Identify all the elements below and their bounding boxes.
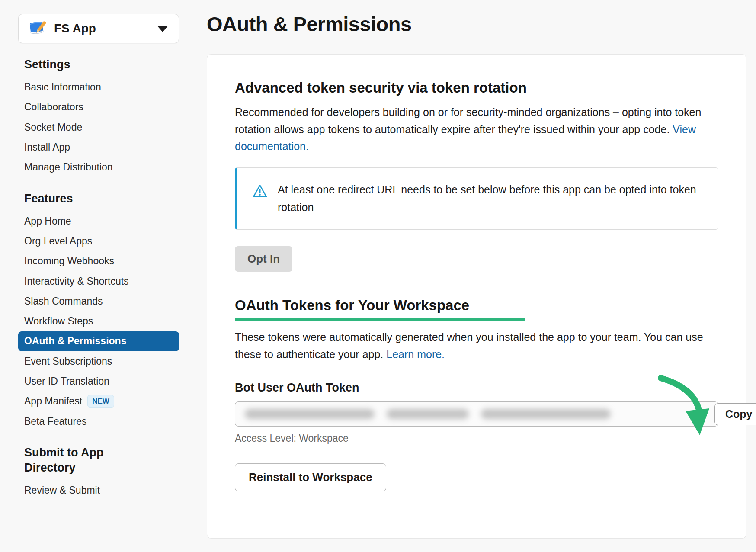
sidebar-item-label: Manage Distribution [24,161,113,173]
sidebar-item-app-manifest[interactable]: App ManifestNEW [18,392,179,411]
sidebar-item-label: Event Subscriptions [24,356,112,367]
sidebar-item-basic-information[interactable]: Basic Information [18,77,179,97]
opt-in-button[interactable]: Opt In [235,246,292,272]
token-rotation-description-text: Recommended for developers building on o… [235,106,701,135]
sidebar-item-org-level-apps[interactable]: Org Level Apps [18,231,179,251]
redirect-url-warning-banner: At least one redirect URL needs to be se… [235,167,718,230]
sidebar-item-label: Basic Information [24,81,101,93]
token-rotation-heading: Advanced token security via token rotati… [235,80,718,96]
app-selector-dropdown[interactable]: FS App [18,14,179,43]
sidebar-item-slash-commands[interactable]: Slash Commands [18,292,179,311]
sidebar-section-heading: Features [24,191,132,206]
sidebar-item-review-submit[interactable]: Review & Submit [18,481,179,500]
sidebar-nav: SettingsBasic InformationCollaboratorsSo… [18,57,179,500]
bot-token-value-redacted [245,409,611,419]
sidebar-item-beta-features[interactable]: Beta Features [18,412,179,431]
app-icon [27,18,47,39]
sidebar-item-label: Review & Submit [24,485,100,496]
sidebar-item-label: Interactivity & Shortcuts [24,276,129,287]
oauth-tokens-heading: OAuth Tokens for Your Workspace [235,297,718,314]
oauth-tokens-description: These tokens were automatically generate… [235,329,718,363]
caret-down-icon [157,26,168,32]
sidebar: FS App SettingsBasic InformationCollabor… [18,14,179,501]
page-title: OAuth & Permissions [207,12,746,36]
token-rotation-section: Advanced token security via token rotati… [235,80,718,272]
sidebar-item-user-id-translation[interactable]: User ID Translation [18,372,179,391]
copy-button[interactable]: Copy [714,403,756,425]
oauth-tokens-section: OAuth Tokens for Your Workspace These to… [235,297,718,491]
sidebar-item-label: Workflow Steps [24,315,93,327]
sidebar-item-label: Collaborators [24,101,83,112]
learn-more-link[interactable]: Learn more. [386,348,445,360]
sidebar-item-socket-mode[interactable]: Socket Mode [18,118,179,137]
green-underline-annotation [235,318,525,321]
main-content: OAuth & Permissions Advanced token secur… [207,12,746,539]
sidebar-section-heading: Submit to App Directory [24,445,132,475]
oauth-tokens-description-text: These tokens were automatically generate… [235,331,703,360]
sidebar-item-oauth-permissions[interactable]: OAuth & Permissions [18,331,179,351]
sidebar-item-label: Beta Features [24,416,86,427]
sidebar-item-app-home[interactable]: App Home [18,212,179,231]
bot-token-field[interactable]: Copy [235,401,718,427]
sidebar-item-label: App Home [24,215,71,227]
sidebar-item-label: OAuth & Permissions [24,335,126,347]
sidebar-item-label: Org Level Apps [24,235,92,247]
sidebar-section-heading: Settings [24,57,132,72]
bot-token-label: Bot User OAuth Token [235,381,718,395]
new-badge: NEW [87,395,114,408]
token-rotation-description: Recommended for developers building on o… [235,104,718,155]
sidebar-item-label: App Manifest [24,395,82,407]
sidebar-item-label: Socket Mode [24,122,82,133]
sidebar-item-label: Install App [24,141,70,153]
oauth-permissions-card: Advanced token security via token rotati… [207,54,746,539]
app-name: FS App [54,22,157,35]
sidebar-item-label: User ID Translation [24,375,109,387]
sidebar-item-install-app[interactable]: Install App [18,138,179,157]
sidebar-item-collaborators[interactable]: Collaborators [18,97,179,117]
sidebar-item-label: Slash Commands [24,295,103,307]
alert-triangle-icon [252,183,268,205]
sidebar-item-incoming-webhooks[interactable]: Incoming Webhooks [18,251,179,271]
reinstall-to-workspace-button[interactable]: Reinstall to Workspace [235,463,386,491]
warning-text: At least one redirect URL needs to be se… [278,181,703,217]
access-level-text: Access Level: Workspace [235,433,718,444]
sidebar-item-event-subscriptions[interactable]: Event Subscriptions [18,352,179,371]
sidebar-item-manage-distribution[interactable]: Manage Distribution [18,157,179,177]
sidebar-item-workflow-steps[interactable]: Workflow Steps [18,311,179,331]
sidebar-item-interactivity-shortcuts[interactable]: Interactivity & Shortcuts [18,272,179,291]
sidebar-item-label: Incoming Webhooks [24,255,114,266]
